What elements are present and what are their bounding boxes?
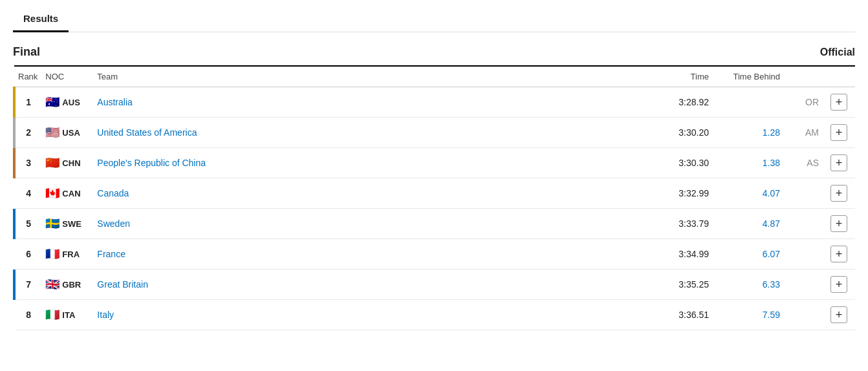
time-cell: 3:35.25 [648,270,713,300]
timebehind-cell [713,87,784,118]
expand-button[interactable]: + [830,185,847,202]
record-cell [784,270,823,300]
flag-icon: 🇺🇸 [45,127,60,138]
rank-cell: 6 [14,239,41,270]
expand-cell[interactable]: + [823,118,855,148]
team-cell[interactable]: Italy [93,300,648,330]
expand-cell[interactable]: + [823,239,855,270]
team-cell[interactable]: Great Britain [93,270,648,300]
team-cell[interactable]: France [93,239,648,270]
noc-cell: 🇮🇹ITA [41,300,93,330]
team-link[interactable]: United States of America [97,127,197,138]
team-link[interactable]: Sweden [97,218,130,229]
timebehind-cell: 1.28 [713,118,784,148]
time-cell: 3:33.79 [648,209,713,239]
flag-icon: 🇨🇳 [45,157,60,169]
table-row: 3🇨🇳CHNPeople's Republic of China3:30.301… [14,148,855,178]
page-container: Results Final Official Rank NOC Team Tim… [0,0,868,343]
rank-cell: 4 [14,178,41,209]
expand-button[interactable]: + [830,246,847,262]
team-cell[interactable]: Sweden [93,209,648,239]
time-cell: 3:30.30 [648,148,713,178]
record-cell [784,239,823,270]
record-cell [784,209,823,239]
record-cell: AS [784,148,823,178]
flag-icon: 🇸🇪 [45,218,60,229]
noc-cell: 🇦🇺AUS [41,87,93,118]
rank-cell: 7 [14,270,41,300]
team-link[interactable]: Italy [97,310,114,320]
team-cell[interactable]: Australia [93,87,648,118]
noc-code: CHN [62,158,80,168]
col-expand [823,66,855,87]
expand-cell[interactable]: + [823,209,855,239]
expand-button[interactable]: + [830,215,847,232]
team-link[interactable]: People's Republic of China [97,158,206,168]
results-table: Rank NOC Team Time Time Behind 1🇦🇺AUSAus… [13,65,855,330]
expand-button[interactable]: + [830,306,847,323]
rank-cell: 3 [14,148,41,178]
time-cell: 3:28.92 [648,87,713,118]
noc-code: SWE [62,219,81,229]
flag-icon: 🇨🇦 [45,187,60,199]
team-link[interactable]: France [97,249,125,259]
noc-cell: 🇺🇸USA [41,118,93,148]
rank-cell: 2 [14,118,41,148]
table-row: 6🇫🇷FRAFrance3:34.996.07+ [14,239,855,270]
flag-icon: 🇮🇹 [45,309,60,321]
flag-icon: 🇬🇧 [45,279,60,290]
record-cell [784,300,823,330]
team-link[interactable]: Canada [97,188,129,198]
table-row: 5🇸🇪SWESweden3:33.794.87+ [14,209,855,239]
noc-cell: 🇨🇦CAN [41,178,93,209]
noc-code: AUS [62,98,80,107]
expand-cell[interactable]: + [823,300,855,330]
table-row: 2🇺🇸USAUnited States of America3:30.201.2… [14,118,855,148]
expand-cell[interactable]: + [823,270,855,300]
timebehind-cell: 1.38 [713,148,784,178]
time-cell: 3:32.99 [648,178,713,209]
record-cell [784,178,823,209]
timebehind-cell: 7.59 [713,300,784,330]
expand-button[interactable]: + [830,276,847,293]
noc-cell: 🇫🇷FRA [41,239,93,270]
flag-icon: 🇦🇺 [45,96,60,108]
time-cell: 3:34.99 [648,239,713,270]
noc-cell: 🇨🇳CHN [41,148,93,178]
noc-code: ITA [62,310,75,320]
expand-cell[interactable]: + [823,148,855,178]
col-time: Time [648,66,713,87]
section-status: Official [820,47,855,58]
rank-cell: 8 [14,300,41,330]
expand-button[interactable]: + [830,154,847,171]
timebehind-cell: 4.87 [713,209,784,239]
expand-button[interactable]: + [830,124,847,141]
noc-code: FRA [62,249,80,259]
expand-cell[interactable]: + [823,178,855,209]
table-row: 7🇬🇧GBRGreat Britain3:35.256.33+ [14,270,855,300]
tab-results[interactable]: Results [13,6,69,32]
tabs-bar: Results [13,6,855,32]
team-cell[interactable]: People's Republic of China [93,148,648,178]
col-timebehind: Time Behind [713,66,784,87]
team-cell[interactable]: United States of America [93,118,648,148]
rank-cell: 1 [14,87,41,118]
col-noc: NOC [41,66,93,87]
flag-icon: 🇫🇷 [45,248,60,260]
section-header: Final Official [13,45,855,59]
noc-cell: 🇸🇪SWE [41,209,93,239]
expand-button[interactable]: + [830,94,847,111]
section-title: Final [13,45,40,59]
noc-code: GBR [62,280,81,290]
table-row: 8🇮🇹ITAItaly3:36.517.59+ [14,300,855,330]
time-cell: 3:36.51 [648,300,713,330]
time-cell: 3:30.20 [648,118,713,148]
team-link[interactable]: Great Britain [97,279,148,290]
record-cell: OR [784,87,823,118]
table-row: 1🇦🇺AUSAustralia3:28.92OR+ [14,87,855,118]
team-cell[interactable]: Canada [93,178,648,209]
team-link[interactable]: Australia [97,97,132,107]
noc-code: CAN [62,189,80,198]
expand-cell[interactable]: + [823,87,855,118]
noc-cell: 🇬🇧GBR [41,270,93,300]
